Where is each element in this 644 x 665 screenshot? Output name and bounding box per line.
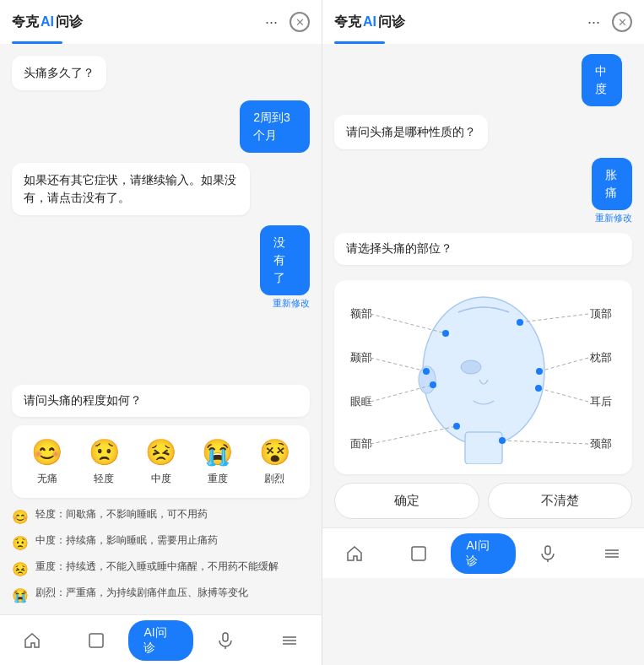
left-nav-mic[interactable] [193, 615, 257, 665]
left-header-underline [12, 41, 62, 44]
left-reedit-1[interactable]: 重新修改 [273, 297, 310, 310]
confirm-button[interactable]: 确定 [334, 483, 479, 519]
left-bottom-nav: AI问诊 [0, 614, 322, 665]
svg-rect-7 [465, 432, 502, 464]
right-ai-pill[interactable]: AI问诊 [451, 533, 515, 574]
svg-point-23 [535, 385, 542, 392]
svg-line-12 [371, 385, 433, 402]
left-more-icon[interactable]: ··· [265, 14, 278, 31]
pain-desc-emoji-3: 😭 [12, 586, 29, 606]
left-title-text: 夸克 [12, 14, 39, 31]
label-e-bu[interactable]: 额部 [350, 307, 372, 320]
pain-emoji-0: 😊 [31, 437, 62, 467]
svg-point-19 [517, 319, 523, 326]
left-pain-options: 😊 无痛 😟 轻度 😣 中度 😭 重度 😵 剧烈 [12, 425, 310, 498]
right-subtitle: 问诊 [378, 14, 405, 31]
svg-point-22 [430, 381, 436, 388]
label-er-hou[interactable]: 耳后 [590, 395, 612, 408]
pain-label-2: 中度 [151, 472, 171, 486]
pain-option-4[interactable]: 😵 剧烈 [250, 437, 300, 486]
pain-label-3: 重度 [208, 472, 228, 486]
right-header: 夸克AI问诊 ··· ✕ [322, 0, 644, 44]
right-nav-list[interactable] [580, 528, 644, 578]
pain-label-0: 无痛 [37, 472, 57, 486]
label-mian-bu[interactable]: 面部 [350, 437, 372, 450]
svg-line-17 [502, 441, 588, 444]
left-pain-scale: 请问头痛的程度如何？ 😊 无痛 😟 轻度 😣 中度 😭 重度 😵 剧烈 [0, 385, 322, 506]
right-home-icon [345, 544, 364, 563]
label-zhen-bu[interactable]: 枕部 [589, 351, 612, 364]
pain-emoji-4: 😵 [259, 437, 290, 467]
pain-desc-1: 😟 中度：持续痛，影响睡眠，需要用止痛药 [12, 533, 310, 554]
right-square-icon [409, 544, 428, 563]
right-nav-ai[interactable]: AI问诊 [451, 528, 515, 578]
svg-rect-1 [223, 633, 228, 641]
label-ding-bu[interactable]: 顶部 [590, 307, 612, 320]
unclear-button[interactable]: 不清楚 [488, 483, 633, 519]
svg-point-24 [453, 423, 460, 430]
right-bubble-1: 中度 [582, 54, 622, 106]
right-nav-square[interactable] [387, 528, 451, 578]
svg-line-15 [539, 358, 588, 371]
svg-line-16 [538, 388, 588, 402]
right-chat-area: 中度 请问头痛是哪种性质的？ 胀痛 重新修改 [322, 44, 644, 224]
right-bubble-3[interactable]: 胀痛 [592, 158, 632, 210]
right-header-underline [334, 41, 385, 44]
pain-option-1[interactable]: 😟 轻度 [78, 437, 128, 486]
left-subtitle: 问诊 [56, 14, 83, 31]
svg-line-10 [371, 314, 446, 333]
right-reedit-1[interactable]: 重新修改 [595, 212, 632, 224]
left-nav-square[interactable] [64, 615, 128, 665]
pain-emoji-2: 😣 [145, 437, 176, 467]
pain-desc-emoji-1: 😟 [12, 533, 29, 554]
pain-desc-emoji-2: 😣 [12, 560, 29, 580]
right-panel: 夸克AI问诊 ··· ✕ 中度 请问头痛是哪种性质的？ 胀痛 重新修改 [322, 0, 644, 665]
left-bubble-4[interactable]: 没有了 [260, 225, 310, 295]
pain-desc-3: 😭 剧烈：严重痛，为持续剧痛伴血压、脉搏等变化 [12, 585, 310, 606]
left-ai-pill[interactable]: AI问诊 [128, 620, 192, 661]
left-pain-question: 请问头痛的程度如何？ [12, 385, 310, 417]
svg-point-21 [536, 368, 543, 375]
svg-rect-26 [412, 547, 425, 560]
left-nav-home[interactable] [0, 615, 64, 665]
left-nav-ai[interactable]: AI问诊 [128, 615, 192, 665]
label-jing-bu[interactable]: 颈部 [590, 437, 612, 450]
pain-desc-text-1: 中度：持续痛，影响睡眠，需要用止痛药 [35, 533, 218, 548]
pain-desc-0: 😊 轻度：间歇痛，不影响睡眠，可不用药 [12, 506, 310, 527]
left-header-actions: ··· ✕ [265, 12, 310, 32]
right-more-icon[interactable]: ··· [587, 14, 600, 31]
right-bubble-2: 请问头痛是哪种性质的？ [334, 115, 488, 149]
pain-option-3[interactable]: 😭 重度 [192, 437, 242, 486]
left-panel: 夸克AI问诊 ··· ✕ 头痛多久了？ 2周到3个月 如果还有其它症状，请继续输… [0, 0, 322, 665]
svg-line-11 [371, 358, 426, 371]
right-header-actions: ··· ✕ [587, 12, 632, 32]
pain-option-0[interactable]: 😊 无痛 [22, 437, 72, 486]
svg-rect-0 [89, 634, 103, 647]
right-app-title: 夸克AI问诊 [334, 14, 587, 31]
pain-label-1: 轻度 [94, 472, 114, 486]
right-mic-icon [538, 544, 557, 563]
right-nav-home[interactable] [322, 528, 387, 578]
left-bubble-2: 2周到3个月 [240, 100, 310, 153]
right-ai-bold: AI [363, 14, 376, 30]
pain-emoji-1: 😟 [89, 437, 120, 467]
left-pain-desc-list: 😊 轻度：间歇痛，不影响睡眠，可不用药 😟 中度：持续痛，影响睡眠，需要用止痛药… [0, 506, 322, 614]
label-nie-bu[interactable]: 颞部 [350, 351, 372, 364]
right-close-button[interactable]: ✕ [612, 12, 632, 32]
pain-desc-emoji-0: 😊 [12, 507, 29, 527]
diagram-action-buttons: 确定 不清楚 [334, 483, 632, 519]
left-close-button[interactable]: ✕ [290, 12, 310, 32]
pain-option-2[interactable]: 😣 中度 [136, 437, 186, 486]
right-nav-mic[interactable] [516, 528, 580, 578]
left-bubble-3: 如果还有其它症状，请继续输入。如果没有，请点击没有了。 [12, 163, 250, 215]
label-yan-jing[interactable]: 眼眶 [350, 395, 372, 408]
right-title-text: 夸克 [334, 14, 361, 31]
right-select-section: 请选择头痛的部位？ [322, 224, 644, 280]
pain-desc-text-3: 剧烈：严重痛，为持续剧痛伴血压、脉搏等变化 [35, 585, 248, 600]
svg-line-14 [520, 314, 588, 322]
left-nav-list[interactable] [257, 615, 322, 665]
list-icon [280, 631, 299, 650]
pain-desc-2: 😣 重度：持续透，不能入睡或睡中痛醒，不用药不能缓解 [12, 559, 310, 580]
svg-point-18 [442, 330, 449, 337]
mic-icon [216, 631, 235, 650]
